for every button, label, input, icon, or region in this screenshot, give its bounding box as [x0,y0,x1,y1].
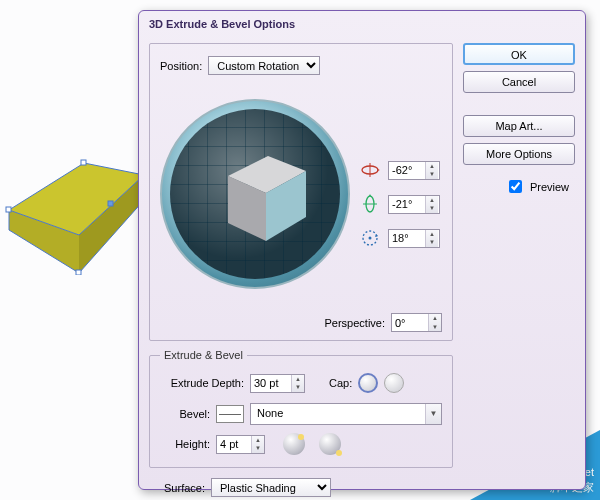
extrude-depth-label: Extrude Depth: [160,377,244,389]
cap-off-button[interactable] [384,373,404,393]
svg-marker-16 [369,194,371,196]
svg-rect-4 [81,160,86,165]
rotate-y-icon [360,194,380,214]
position-select[interactable]: Custom Rotation [208,56,320,75]
height-label: Height: [160,438,210,450]
bevel-label: Bevel: [160,408,210,420]
rotate-x-icon [360,160,380,180]
more-options-button[interactable]: More Options [463,143,575,165]
angle-z-input[interactable]: ▲▼ [388,229,440,248]
position-label: Position: [160,60,202,72]
angle-y-input[interactable]: ▲▼ [388,195,440,214]
chevron-down-icon: ▼ [425,404,441,424]
extrude-bevel-legend: Extrude & Bevel [160,349,247,361]
canvas-3d-object[interactable] [4,155,149,275]
rotate-z-icon [360,228,380,248]
perspective-label: Perspective: [324,317,385,329]
svg-rect-3 [6,207,11,212]
cap-on-button[interactable] [358,373,378,393]
position-group: Position: Custom Rotation [149,43,453,341]
bevel-extent-out-button[interactable] [319,433,341,455]
svg-rect-6 [76,270,81,275]
extrude-depth-input[interactable]: ▲▼ [250,374,305,393]
preview-label: Preview [530,181,569,193]
perspective-input[interactable]: ▲▼ [391,313,442,332]
svg-point-18 [369,237,372,240]
bevel-extent-in-button[interactable] [283,433,305,455]
cap-label: Cap: [329,377,352,389]
angle-x-input[interactable]: ▲▼ [388,161,440,180]
svg-rect-7 [108,201,113,206]
dialog-3d-extrude-bevel: 3D Extrude & Bevel Options Position: Cus… [138,10,586,490]
preview-checkbox[interactable] [509,180,522,193]
ok-button[interactable]: OK [463,43,575,65]
extrude-bevel-group: Extrude & Bevel Extrude Depth: ▲▼ Cap: B… [149,349,453,468]
bevel-select[interactable]: None ▼ [250,403,442,425]
rotation-trackball[interactable] [160,99,350,289]
bevel-shape-icon [216,405,244,423]
map-art-button[interactable]: Map Art... [463,115,575,137]
trackball-cube-icon [208,141,318,251]
dialog-title[interactable]: 3D Extrude & Bevel Options [139,11,585,37]
surface-label: Surface: [149,482,205,494]
cancel-button[interactable]: Cancel [463,71,575,93]
surface-select[interactable]: Plastic Shading [211,478,331,497]
bevel-height-input[interactable]: ▲▼ [216,435,265,454]
